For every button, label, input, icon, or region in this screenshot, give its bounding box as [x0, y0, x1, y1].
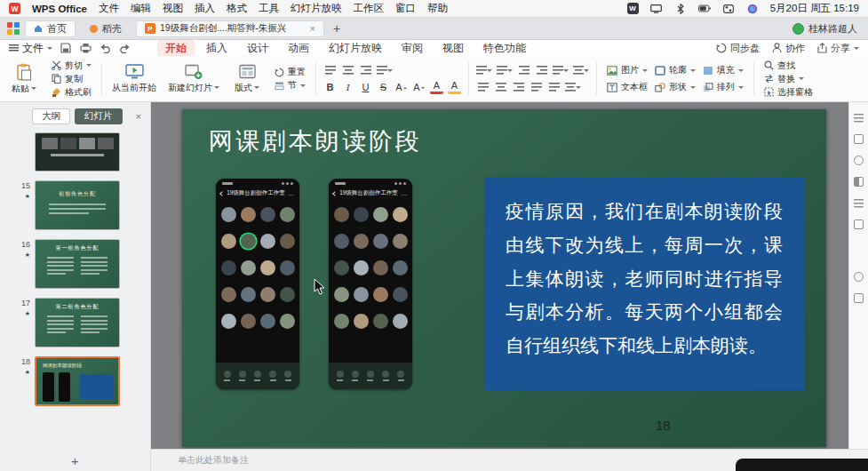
- tab-outline[interactable]: 大纲: [32, 108, 70, 124]
- increase-font-size-button[interactable]: A: [394, 81, 408, 94]
- properties-icon[interactable]: [854, 113, 864, 123]
- menubar-menu-item[interactable]: 格式: [227, 2, 247, 15]
- paste-button[interactable]: 粘贴: [5, 62, 43, 96]
- comment-icon[interactable]: [854, 198, 864, 208]
- tab-home[interactable]: 首页: [25, 20, 76, 37]
- ribbon-tab-0[interactable]: 开始: [157, 40, 195, 57]
- print-button[interactable]: [79, 43, 92, 54]
- slide-thumbnail-current[interactable]: 网课剧本朗读阶段: [35, 356, 120, 406]
- design-icon[interactable]: [854, 177, 864, 187]
- decrease-font-size-button[interactable]: A: [412, 81, 426, 94]
- tab-slides[interactable]: 幻灯片: [75, 108, 123, 124]
- animation-icon[interactable]: [854, 156, 864, 165]
- strikethrough-button[interactable]: S: [377, 81, 390, 94]
- align-center-icon[interactable]: [494, 81, 507, 94]
- reset-button[interactable]: 重置: [272, 66, 308, 78]
- fill-button[interactable]: 填充: [700, 64, 746, 76]
- tab-document[interactable]: P 19级舞台剧创....期答辩-朱振兴 ×: [136, 20, 324, 37]
- line-spacing-icon[interactable]: [553, 64, 569, 77]
- slide-thumbnail[interactable]: 初期角色分配: [35, 180, 120, 230]
- siri-icon[interactable]: [746, 4, 759, 14]
- menubar-menu-item[interactable]: 文件: [99, 2, 119, 15]
- menubar-menu-item[interactable]: 幻灯片放映: [291, 2, 342, 15]
- menubar-menu-item[interactable]: 工作区: [353, 2, 384, 15]
- menubar-app-name[interactable]: WPS Office: [32, 4, 87, 14]
- find-button[interactable]: 查找: [761, 60, 816, 72]
- home-launcher-icon[interactable]: [7, 22, 20, 35]
- align-left-icon[interactable]: [476, 81, 490, 94]
- bold-button[interactable]: B: [323, 81, 337, 94]
- copy-button[interactable]: 复制: [49, 73, 94, 85]
- change-case-icon[interactable]: [359, 64, 372, 77]
- battery-icon[interactable]: [698, 4, 711, 14]
- ribbon-tab-2[interactable]: 设计: [239, 40, 276, 57]
- editing-canvas[interactable]: 网课剧本朗读阶段 19级舞台剧创作工作室 …: [151, 102, 848, 449]
- format-painter-button[interactable]: 格式刷: [49, 86, 94, 99]
- slide-title[interactable]: 网课剧本朗读阶段: [209, 125, 422, 157]
- bullet-list-icon[interactable]: [476, 64, 492, 77]
- layout-button[interactable]: 版式: [228, 63, 266, 95]
- slide-body-textbox[interactable]: 疫情原因，我们在剧本朗读阶段由线下改为线上，每周一次，课上集体朗读，老师同时进行…: [484, 177, 804, 390]
- thumbnail-row-18-selected[interactable]: 18 ★ 网课剧本朗读阶段: [0, 352, 150, 411]
- undo-button[interactable]: [99, 43, 111, 54]
- columns-icon[interactable]: [573, 64, 589, 77]
- play-from-current-button[interactable]: 从当前开始: [109, 63, 159, 95]
- arrange-button[interactable]: 排列: [700, 81, 746, 93]
- wps-status-badge-icon[interactable]: W: [627, 3, 639, 14]
- user-account[interactable]: 桂林路超人: [792, 22, 861, 36]
- more-tools-icon[interactable]: [854, 293, 864, 303]
- menubar-menu-item[interactable]: 插入: [195, 2, 215, 15]
- menubar-menu-item[interactable]: 窗口: [395, 2, 416, 15]
- thumbnail-row-partial[interactable]: [0, 128, 150, 176]
- underline-button[interactable]: U: [359, 81, 372, 94]
- menubar-menu-item[interactable]: 帮助: [427, 2, 448, 15]
- cut-button[interactable]: 剪切: [49, 60, 94, 72]
- display-mirroring-icon[interactable]: [650, 4, 663, 14]
- ribbon-tab-5[interactable]: 审阅: [394, 40, 431, 57]
- redo-button[interactable]: [118, 43, 131, 54]
- add-slide-button[interactable]: +: [0, 453, 150, 468]
- ribbon-tab-6[interactable]: 视图: [434, 40, 472, 57]
- italic-button[interactable]: I: [341, 81, 354, 94]
- thumbnail-row-15[interactable]: 15 ★ 初期角色分配: [0, 176, 150, 235]
- clear-format-icon[interactable]: [377, 64, 393, 77]
- increase-indent-icon[interactable]: [535, 64, 548, 77]
- new-tab-button[interactable]: +: [330, 21, 344, 36]
- bluetooth-icon[interactable]: [674, 4, 687, 14]
- font-effects-icon[interactable]: [323, 64, 337, 77]
- text-direction-icon[interactable]: [565, 81, 581, 94]
- replace-button[interactable]: 替换: [761, 73, 816, 85]
- selection-pane-button[interactable]: 选择窗格: [761, 86, 816, 99]
- format-object-icon[interactable]: [854, 134, 864, 144]
- wps-logo-icon[interactable]: W: [9, 3, 20, 14]
- close-document-icon[interactable]: ×: [310, 24, 315, 34]
- phone-screenshot-right[interactable]: 19级舞台剧创作工作室 …: [329, 179, 412, 389]
- menubar-menu-item[interactable]: 编辑: [131, 2, 151, 15]
- resource-icon[interactable]: [854, 220, 864, 229]
- ribbon-tab-1[interactable]: 插入: [198, 40, 235, 57]
- thumbnail-row-17[interactable]: 17 ★ 第二组角色分配: [0, 293, 150, 352]
- thumbnail-row-16[interactable]: 16 ★ 第一组角色分配: [0, 235, 150, 293]
- slide-thumbnail[interactable]: 第二组角色分配: [35, 298, 120, 347]
- numbered-list-icon[interactable]: [497, 64, 513, 77]
- control-center-icon[interactable]: [722, 4, 735, 14]
- panel-close-icon[interactable]: ×: [136, 111, 141, 122]
- ribbon-tab-4[interactable]: 幻灯片放映: [321, 40, 390, 57]
- help-icon[interactable]: [854, 272, 864, 282]
- slide-18[interactable]: 网课剧本朗读阶段 19级舞台剧创作工作室 …: [182, 109, 826, 447]
- section-button[interactable]: 节: [272, 79, 308, 92]
- shapes-button[interactable]: 形状: [652, 81, 698, 93]
- highlight-color-button[interactable]: A: [448, 81, 461, 94]
- file-menu-button[interactable]: 文件: [9, 41, 52, 56]
- phone-screenshot-left[interactable]: 19级舞台剧创作工作室 …: [216, 179, 299, 389]
- decrease-indent-icon[interactable]: [517, 64, 530, 77]
- slide-thumbnail[interactable]: 第一组角色分配: [35, 239, 120, 289]
- distribute-icon[interactable]: [547, 81, 561, 94]
- save-button[interactable]: [60, 43, 72, 54]
- new-slide-button[interactable]: 新建幻灯片: [165, 63, 222, 95]
- ribbon-tab-3[interactable]: 动画: [280, 40, 317, 57]
- tab-docer[interactable]: 稻壳: [81, 20, 131, 37]
- justify-icon[interactable]: [530, 81, 543, 94]
- menubar-menu-item[interactable]: 工具: [259, 2, 279, 15]
- slide-thumbnail-photos[interactable]: [35, 132, 120, 172]
